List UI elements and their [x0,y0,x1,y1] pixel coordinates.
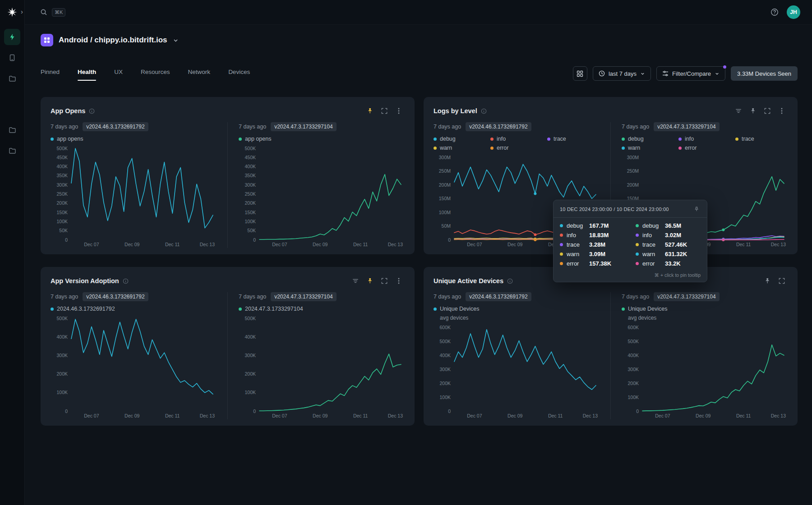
legend-item[interactable]: warn [434,145,487,151]
card-app-version-adoption: App Version Adoption 7 days agov2024. [41,267,415,426]
tooltip-pin-button[interactable] [692,205,701,213]
filter-notification-dot [723,65,726,69]
svg-text:Dec 13: Dec 13 [388,413,403,418]
svg-text:100K: 100K [245,219,256,224]
legend-item[interactable]: Unique Devices [622,306,788,312]
legend-item[interactable]: debug [622,136,675,142]
tooltip-timestamp: 10 DEC 2024 23:00:00 / 10 DEC 2024 23:00… [560,207,669,212]
version-badge[interactable]: v2024.47.3.1733297104 [654,292,719,301]
chart-adoption-baseline[interactable]: 0100K200K300K400K500KDec 07Dec 09Dec 11D… [51,316,217,419]
more-button[interactable] [776,105,788,117]
expand-button[interactable] [378,105,390,117]
legend-item[interactable]: debug [434,136,487,142]
legend-item[interactable]: info [678,136,732,142]
svg-text:Dec 07: Dec 07 [272,242,287,247]
svg-text:500K: 500K [245,316,256,321]
chart-adoption-compare[interactable]: 0100K200K300K400K500KDec 07Dec 09Dec 11D… [239,316,405,419]
legend-item[interactable]: info [490,136,544,142]
version-badge[interactable]: v2024.47.3.1733297104 [271,122,336,131]
chart-tooltip: 10 DEC 2024 23:00:00 / 10 DEC 2024 23:00… [553,200,707,282]
query-button[interactable] [350,275,361,287]
legend-item[interactable]: error [490,145,544,151]
tab-devices[interactable]: Devices [228,67,250,81]
svg-text:400K: 400K [245,334,256,340]
bitdrift-logo-icon[interactable] [6,6,18,18]
legend-dot [678,147,682,150]
info-icon[interactable] [507,278,513,284]
app-grid-icon [41,34,53,46]
card-title: Unique Active Devices [434,277,503,285]
svg-text:0: 0 [448,237,451,243]
tooltip-row: warn631.32K [636,251,701,257]
app-switcher-chevron-icon[interactable] [173,37,179,43]
avatar[interactable]: JH [787,5,800,19]
svg-text:200K: 200K [439,381,451,386]
expand-button[interactable] [776,275,788,287]
sidebar-item-folder-1[interactable] [4,70,20,87]
folder-icon [9,75,16,83]
version-badge[interactable]: v2024.46.3.1732691792 [466,292,531,301]
query-button[interactable] [733,105,744,117]
version-badge[interactable]: v2024.46.3.1732691792 [466,122,531,131]
pin-button[interactable] [364,105,376,117]
version-badge[interactable]: v2024.47.3.1733297104 [271,292,336,301]
legend-item[interactable]: trace [547,136,600,142]
svg-text:Dec 09: Dec 09 [508,413,522,418]
pin-button[interactable] [747,105,759,117]
legend-dot [51,308,54,311]
chart-devices-compare[interactable]: 0100K200K300K400K500K600KDec 07Dec 09Dec… [622,325,788,419]
tab-pinned[interactable]: Pinned [41,67,60,81]
svg-text:Dec 13: Dec 13 [200,242,215,247]
legend-item[interactable]: 2024.47.3.1733297104 [239,306,405,312]
card-title: App Opens [51,107,85,115]
sidebar-expand-chevron-icon[interactable]: › [21,8,23,15]
chevron-down-icon [640,71,645,76]
version-badge[interactable]: v2024.46.3.1732691792 [83,122,148,131]
kebab-icon [398,278,400,284]
info-icon[interactable] [89,108,95,114]
pin-button[interactable] [364,275,376,287]
svg-text:300K: 300K [627,367,639,372]
panel-age: 7 days ago [239,294,266,300]
chart-app-opens-compare[interactable]: 050K100K150K200K250K300K350K400K450K500K… [239,146,405,248]
more-button[interactable] [393,275,405,287]
layout-grid-button[interactable] [573,66,587,81]
legend-item[interactable]: app opens [239,136,405,142]
legend-item[interactable]: trace [735,136,788,142]
filter-compare-button[interactable]: Filter/Compare [656,66,725,81]
legend-item[interactable]: app opens [51,136,217,142]
legend-avg-devices[interactable]: avg devices [440,315,600,321]
sidebar-item-folder-2[interactable] [4,122,20,138]
svg-text:Dec 13: Dec 13 [583,413,598,418]
tab-bar: Pinned Health UX Resources Network Devic… [41,67,250,81]
sidebar-item-devices[interactable] [4,50,20,66]
svg-text:200K: 200K [56,200,68,206]
expand-button[interactable] [378,275,390,287]
time-range-button[interactable]: last 7 days [593,66,651,81]
devices-seen-button[interactable]: 3.33M Devices Seen [731,66,798,81]
version-badge[interactable]: v2024.47.3.1733297104 [654,122,719,131]
tab-ux[interactable]: UX [114,67,123,81]
legend-item[interactable]: Unique Devices [434,306,600,312]
help-button[interactable] [770,8,779,16]
tab-resources[interactable]: Resources [141,67,170,81]
sidebar-item-folder-3[interactable] [4,142,20,159]
pin-button[interactable] [761,275,773,287]
sidebar-item-monitoring[interactable] [4,29,20,45]
info-icon[interactable] [123,278,129,284]
legend-avg-devices[interactable]: avg devices [628,315,788,321]
svg-text:0: 0 [253,409,256,414]
chart-devices-baseline[interactable]: 0100K200K300K400K500K600KDec 07Dec 09Dec… [434,325,600,419]
info-icon[interactable] [481,108,487,114]
version-badge[interactable]: v2024.46.3.1732691792 [83,292,148,301]
tab-health[interactable]: Health [78,67,96,81]
more-button[interactable] [393,105,405,117]
legend-item[interactable]: warn [622,145,675,151]
chart-app-opens-baseline[interactable]: 050K100K150K200K250K300K350K400K450K500K… [51,146,217,248]
legend-item[interactable]: 2024.46.3.1732691792 [51,306,217,312]
legend-item[interactable]: error [678,145,732,151]
search-button[interactable]: ⌘K [40,8,65,17]
tab-network[interactable]: Network [188,67,211,81]
svg-text:400K: 400K [439,353,451,358]
expand-button[interactable] [761,105,773,117]
